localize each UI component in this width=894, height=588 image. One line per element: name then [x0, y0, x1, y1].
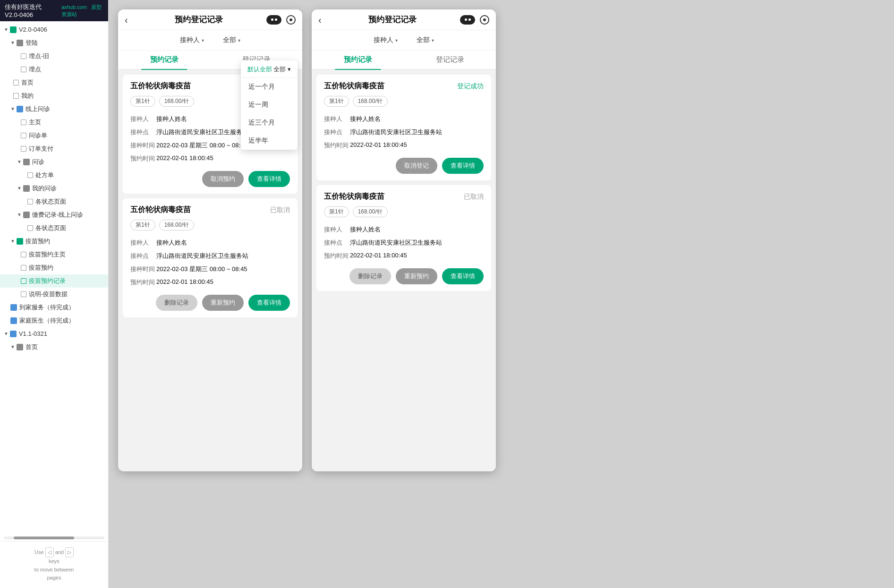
vaccine-card-2: 五价轮状病毒疫苗 已取消 第1针 168.00/针 接种人 接种人姓名 接种点 … — [123, 198, 298, 317]
dropdown-item-4[interactable]: 近半年 — [241, 132, 298, 150]
view-detail-button-1[interactable]: 查看详情 — [248, 171, 290, 187]
sidebar-item-vaccine[interactable]: ▼ 疫苗预约 — [0, 235, 108, 248]
phone-left-wrapper: ‹ 预约登记记录 接种人 ▾ 全部 ▾ — [118, 9, 302, 579]
dropdown-item-2[interactable]: 近一周 — [241, 96, 298, 114]
sidebar-item-vaccine-data[interactable]: 说明-疫苗数据 — [0, 288, 108, 301]
sidebar-item-mine[interactable]: 我的 — [0, 89, 108, 102]
tag-dose-2: 第1针 — [130, 220, 155, 230]
doc-icon — [21, 291, 26, 297]
sidebar-item-order[interactable]: 订单支付 — [0, 142, 108, 155]
folder-icon — [23, 212, 30, 218]
view-detail-button-2[interactable]: 查看详情 — [248, 295, 290, 311]
doc-icon — [27, 225, 33, 231]
folder-icon — [17, 106, 23, 112]
target-icon-right[interactable] — [480, 15, 489, 25]
sidebar-item-prescription[interactable]: 处方单 — [0, 169, 108, 182]
delete-record-button-2[interactable]: 删除记录 — [156, 295, 197, 311]
folder-icon — [17, 40, 23, 46]
tabs-right: 预约记录 登记记录 — [312, 51, 496, 70]
sidebar-item-vaccine-book[interactable]: 疫苗预约 — [0, 261, 108, 274]
sidebar: 佳有好医迭代V2.0-0406 axhub.com 原型资源站 ▼ V2.0-0… — [0, 0, 109, 588]
view-detail-button-r1[interactable]: 查看详情 — [442, 158, 484, 174]
vaccine-card-r1: 五价轮状病毒疫苗 登记成功 第1针 168.00/针 接种人 接种人姓名 接种点… — [316, 75, 491, 180]
rebook-button-2[interactable]: 重新预约 — [202, 295, 244, 311]
sidebar-item-v2[interactable]: ▼ V2.0-0406 — [0, 23, 108, 36]
sidebar-item-status2[interactable]: 各状态页面 — [0, 222, 108, 235]
dropdown-overlay: 默认全部 全部 ▾ 近一个月 近一周 近三个月 近半年 — [241, 60, 298, 150]
phone-left-header: ‹ 预约登记记录 — [118, 9, 302, 30]
tag-price-r2: 168.00/针 — [353, 206, 388, 217]
doc-icon — [27, 172, 33, 178]
scroll-indicator — [4, 537, 104, 539]
sidebar-item-inquiry[interactable]: 问诊单 — [0, 129, 108, 142]
folder-icon — [10, 331, 17, 337]
card-header-r2: 五价轮状病毒疫苗 已取消 — [324, 192, 484, 202]
sidebar-subtitle: axhub.com 原型资源站 — [61, 4, 103, 18]
sidebar-item-login[interactable]: ▼ 登陆 — [0, 36, 108, 50]
delete-record-button-r2[interactable]: 删除记录 — [349, 268, 391, 284]
sidebar-item-my-consult[interactable]: ▼ 我的问诊 — [0, 182, 108, 195]
tab-booking-right[interactable]: 预约记录 — [312, 51, 404, 69]
back-button-left[interactable]: ‹ — [125, 15, 128, 25]
cancel-register-button[interactable]: 取消登记 — [396, 158, 437, 174]
sidebar-item-consult[interactable]: ▼ 问诊 — [0, 155, 108, 169]
sidebar-item-v11[interactable]: ▼ V1.1-0321 — [0, 327, 108, 341]
dropdown-item-3[interactable]: 近三个月 — [241, 114, 298, 132]
gap — [302, 9, 312, 579]
cancel-appointment-button[interactable]: 取消预约 — [202, 171, 244, 187]
sidebar-item-home[interactable]: 首页 — [0, 76, 108, 89]
sidebar-item-buried-old[interactable]: 埋点-旧 — [0, 50, 108, 63]
dropdown-item-1[interactable]: 近一个月 — [241, 78, 298, 96]
target-icon-left[interactable] — [286, 15, 296, 25]
vaccinator-filter-right[interactable]: 接种人 ▾ — [369, 34, 402, 46]
sidebar-item-vaccine-home[interactable]: 疫苗预约主页 — [0, 248, 108, 261]
doc-icon — [21, 278, 26, 284]
doc-icon — [21, 252, 26, 257]
tab-booking-left[interactable]: 预约记录 — [118, 51, 210, 69]
info-book-time-r2: 预约时间 2022-02-01 18:00:45 — [324, 249, 484, 263]
doc-icon — [21, 265, 26, 271]
card-title-r2: 五价轮状病毒疫苗 — [324, 192, 384, 202]
sidebar-item-family[interactable]: 家庭医生（待完成） — [0, 314, 108, 327]
tab-registration-right[interactable]: 登记记录 — [404, 51, 496, 69]
card-status-r1: 登记成功 — [457, 82, 484, 91]
info-book-time-r1: 预约时间 2022-02-01 18:00:45 — [324, 139, 484, 152]
info-vaccinator-r1: 接种人 接种人姓名 — [324, 112, 484, 126]
folder-icon — [23, 185, 30, 192]
vaccinator-filter-left[interactable]: 接种人 ▾ — [175, 34, 209, 46]
all-filter-right[interactable]: 全部 ▾ — [412, 34, 439, 46]
all-filter-left[interactable]: 全部 ▾ — [218, 34, 245, 46]
folder-icon — [23, 159, 30, 165]
sidebar-header: 佳有好医迭代V2.0-0406 axhub.com 原型资源站 — [0, 0, 108, 21]
tag-price-r1: 168.00/针 — [353, 96, 388, 107]
sidebar-item-status1[interactable]: 各状态页面 — [0, 195, 108, 208]
sidebar-item-vaccine-record[interactable]: 疫苗预约记录 — [0, 274, 108, 288]
folder-icon — [17, 238, 23, 245]
dropdown-default-label: 默认全部 — [247, 65, 272, 74]
vaccine-card-r2: 五价轮状病毒疫苗 已取消 第1针 168.00/针 接种人 接种人姓名 接种点 … — [316, 185, 491, 291]
tag-dose-r1: 第1针 — [324, 96, 349, 107]
info-vaccinator-2: 接种人 接种人姓名 — [130, 236, 290, 249]
phone-right-title: 预约登记记录 — [325, 14, 460, 25]
phone-left-title: 预约登记记录 — [132, 14, 266, 25]
rebook-button-r2[interactable]: 重新预约 — [396, 268, 437, 284]
sidebar-item-v11-home[interactable]: ▼ 首页 — [0, 341, 108, 354]
sidebar-item-main[interactable]: 主页 — [0, 116, 108, 129]
sidebar-item-home-service[interactable]: 到家服务（待完成） — [0, 301, 108, 314]
view-detail-button-r2[interactable]: 查看详情 — [442, 268, 484, 284]
doc-icon — [21, 133, 26, 138]
sidebar-item-online[interactable]: ▼ 线上问诊 — [0, 102, 108, 116]
phone-left-icons — [266, 15, 296, 25]
phone-right-header: ‹ 预约登记记录 — [312, 9, 496, 30]
sidebar-item-buried[interactable]: 埋点 — [0, 63, 108, 76]
back-button-right[interactable]: ‹ — [318, 15, 322, 25]
doc-icon — [27, 199, 33, 205]
card-title-1: 五价轮状病毒疫苗 — [130, 81, 191, 91]
dots-icon-left[interactable] — [266, 15, 281, 25]
doc-icon — [21, 119, 26, 125]
dots-icon-right[interactable] — [460, 15, 475, 25]
filter-row-left: 接种人 ▾ 全部 ▾ — [118, 30, 302, 51]
phone-right: ‹ 预约登记记录 接种人 ▾ 全部 ▾ — [312, 9, 496, 471]
sidebar-item-fees[interactable]: ▼ 缴费记录-线上问诊 — [0, 208, 108, 222]
folder-icon — [10, 26, 17, 33]
